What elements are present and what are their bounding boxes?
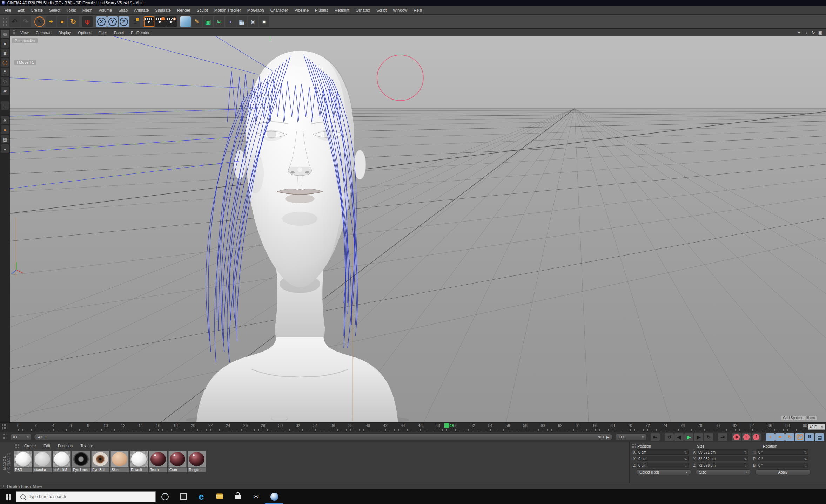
key-scale-button[interactable]: ■ (775, 433, 785, 441)
menu-item[interactable]: Volume (95, 8, 115, 12)
add-cube-icon[interactable]: ■ (180, 16, 191, 27)
viewport-menu-item[interactable]: Display (55, 30, 74, 35)
viewport-menu-item[interactable]: Options (74, 30, 95, 35)
spinner-icon[interactable] (684, 457, 687, 461)
size-value-field[interactable]: 82.032 cm (697, 456, 748, 461)
menu-item[interactable]: Mesh (79, 8, 95, 12)
material-menu-item[interactable]: Function (54, 444, 76, 448)
material-item[interactable]: Teeth (149, 451, 167, 472)
keyframe-options-button[interactable]: ? (752, 433, 761, 441)
viewport-canvas[interactable]: Perspective [ Move ] 1 Grid Spacing: 10 … (10, 36, 826, 422)
rotation-value-field[interactable]: 0 ° (757, 456, 808, 461)
viewport-menu-item[interactable]: Filter (95, 30, 110, 35)
coordinate-system-icon[interactable]: ↥ (130, 16, 140, 27)
cortana-icon[interactable] (156, 489, 174, 504)
menu-item[interactable]: MoGraph (244, 8, 267, 12)
cinema4d-icon[interactable] (265, 489, 283, 504)
material-thumbnail[interactable] (33, 451, 52, 468)
rotation-value-field[interactable]: 0 ° (757, 463, 808, 468)
material-thumbnail[interactable] (53, 451, 71, 468)
spinner-icon[interactable] (26, 435, 29, 439)
material-thumbnail[interactable] (130, 451, 148, 468)
snap-icon[interactable]: ● (1, 125, 9, 134)
spinner-icon[interactable] (744, 463, 747, 468)
material-thumbnail[interactable] (14, 451, 32, 468)
position-value-field[interactable]: 0 cm (637, 449, 689, 455)
start-button[interactable] (0, 489, 16, 504)
size-mode-dropdown[interactable]: Size (696, 469, 751, 475)
floor-icon[interactable]: ▦ (236, 16, 247, 27)
model-mode-icon[interactable]: ■ (1, 39, 9, 48)
play-button[interactable]: ▶ (684, 433, 693, 441)
spinner-icon[interactable] (804, 457, 807, 461)
live-selection-icon[interactable]: ↖ (34, 16, 45, 27)
timeline-layers-button[interactable]: ▤ (815, 433, 824, 441)
material-menu-item[interactable]: Create (20, 444, 40, 448)
menu-item[interactable]: Redshift (331, 8, 352, 12)
points-mode-icon[interactable]: ⠿ (1, 68, 9, 76)
viewport-menu-item[interactable]: Panel (110, 30, 127, 35)
camera-icon[interactable]: ◉ (248, 16, 258, 27)
render-view-icon[interactable]: ▶ (144, 16, 154, 27)
menu-item[interactable]: Plugins (312, 8, 331, 12)
workplane-ruler-icon[interactable]: ∟ (1, 101, 9, 110)
texture-lock-icon[interactable]: ▨ (1, 135, 9, 143)
menu-item[interactable]: Pipeline (291, 8, 312, 12)
key-position-button[interactable]: + (766, 433, 775, 441)
menu-item[interactable]: File (1, 8, 14, 12)
material-menu-item[interactable]: Texture (76, 444, 97, 448)
material-item[interactable]: Gum (168, 451, 187, 472)
spinner-icon[interactable] (821, 425, 824, 429)
spinner-icon[interactable] (744, 450, 747, 454)
store-icon[interactable] (229, 489, 247, 504)
spinner-icon[interactable] (744, 457, 747, 461)
material-thumbnail[interactable] (149, 451, 167, 468)
material-item[interactable]: Eye Lens (72, 451, 90, 472)
viewport-zoom-icon[interactable]: ↕ (803, 30, 809, 35)
workplane-mode-icon[interactable]: ◯ (1, 58, 9, 67)
menu-item[interactable]: Render (174, 8, 194, 12)
apply-button[interactable]: Apply (755, 469, 811, 475)
move-tool-icon[interactable]: + (46, 16, 56, 27)
menu-item[interactable]: Tools (63, 8, 79, 12)
z-axis-lock-icon[interactable]: Z (119, 16, 129, 27)
axis-mode-icon[interactable]: S (1, 116, 9, 124)
spline-pen-icon[interactable]: ✎ (192, 16, 202, 27)
ornatrix-brush-icon[interactable]: ψ (82, 16, 93, 27)
subdivision-surface-icon[interactable]: ▣ (203, 16, 213, 27)
menu-item[interactable]: Help (410, 8, 425, 12)
key-parameter-button[interactable]: P (795, 433, 804, 441)
scale-tool-icon[interactable]: ■ (57, 16, 67, 27)
prev-key-button[interactable]: ↺ (665, 433, 674, 441)
viewport-grip[interactable] (11, 30, 15, 35)
menu-item[interactable]: Animate (131, 8, 152, 12)
menu-item[interactable]: Window (390, 8, 410, 12)
rotation-value-field[interactable]: 0 ° (757, 449, 808, 455)
material-item[interactable]: standar (33, 451, 52, 472)
record-keyframe-button[interactable]: ◆ (732, 433, 741, 441)
spinner-icon[interactable] (642, 435, 644, 439)
timeline-ruler[interactable]: 0246810121416182022242628303234363840424… (0, 422, 826, 432)
viewport-pan-icon[interactable]: + (796, 30, 802, 35)
material-menu-item[interactable]: Edit (40, 444, 54, 448)
menu-item[interactable]: Edit (14, 8, 28, 12)
mail-icon[interactable] (247, 489, 265, 504)
menu-item[interactable]: Simulate (152, 8, 174, 12)
make-editable-icon[interactable]: ◍ (1, 30, 9, 38)
menu-item[interactable]: Create (27, 8, 46, 12)
render-settings-icon[interactable]: ▶ (166, 16, 177, 27)
size-value-field[interactable]: 69.521 cm (697, 449, 748, 455)
material-item[interactable]: Skin (110, 451, 129, 472)
spinner-icon[interactable] (684, 450, 687, 454)
position-value-field[interactable]: 0 cm (637, 456, 689, 461)
undo-icon[interactable]: ↶ (9, 16, 20, 27)
menu-item[interactable]: Snap (115, 8, 131, 12)
viewport-scrollbar[interactable] (272, 417, 287, 420)
material-item[interactable]: Eye Ball (91, 451, 109, 472)
transport-grip[interactable] (2, 434, 7, 440)
timeline-playhead[interactable] (444, 423, 449, 428)
range-end-field[interactable]: 90 F (616, 434, 646, 440)
key-pla-button[interactable]: ⠿ (805, 433, 814, 441)
polygons-mode-icon[interactable]: ▰ (1, 87, 9, 95)
current-frame-field[interactable]: 49 F (808, 424, 825, 430)
